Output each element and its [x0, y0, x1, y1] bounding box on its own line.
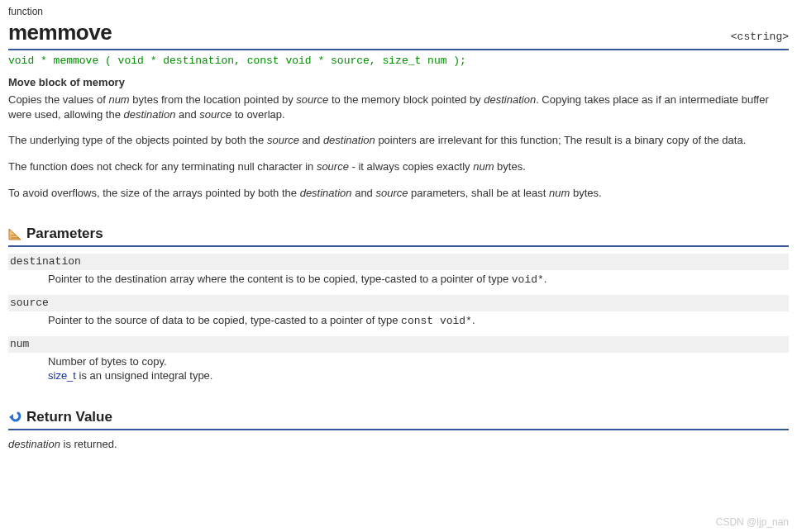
description: Copies the values of num bytes from the … [8, 93, 789, 200]
page-title: memmove [8, 18, 112, 47]
desc-text: - it always copies exactly [349, 160, 473, 173]
desc-num: num [473, 160, 494, 173]
return-value-desc: destination is returned. [8, 437, 789, 452]
return-text: is returned. [60, 438, 117, 450]
svg-marker-3 [9, 414, 13, 420]
type-link-size_t[interactable]: size_t [48, 369, 76, 382]
desc-num: num [108, 93, 129, 106]
desc-source: source [375, 187, 408, 199]
desc-destination: destination [300, 187, 352, 199]
desc-destination: destination [123, 108, 175, 121]
desc-text: Copies the values of [8, 93, 108, 106]
desc-source: source [317, 160, 349, 173]
desc-text: pointers are irrelevant for this functio… [375, 134, 747, 146]
desc-text: to overlap. [231, 108, 284, 121]
parameters-heading: Parameters [8, 225, 789, 247]
kind-label: function [8, 5, 789, 18]
parameters-icon [8, 228, 21, 241]
desc-text: and [352, 187, 376, 199]
param-text: Pointer to the destination array where t… [48, 273, 512, 285]
desc-num: num [549, 187, 570, 199]
desc-text: The underlying type of the objects point… [8, 134, 267, 146]
return-icon [8, 411, 21, 424]
return-destination: destination [8, 438, 60, 450]
param-source-desc: Pointer to the source of data to be copi… [48, 313, 789, 329]
param-num-desc: Number of bytes to copy. size_t is an un… [48, 354, 789, 383]
desc-destination: destination [484, 93, 536, 106]
desc-text: and [299, 134, 323, 146]
desc-destination: destination [323, 134, 375, 146]
parameters-section: Parameters destination Pointer to the de… [8, 225, 789, 383]
param-num-name: num [8, 336, 789, 353]
header-include: <cstring> [731, 30, 789, 45]
desc-text: and [175, 108, 199, 121]
param-text: Pointer to the source of data to be copi… [48, 314, 401, 326]
desc-text: The function does not check for any term… [8, 160, 317, 173]
param-text: Number of bytes to copy. [48, 355, 167, 368]
desc-text: bytes. [494, 160, 525, 173]
desc-text: bytes from the location pointed by [130, 93, 297, 106]
return-value-section: Return Value destination is returned. [8, 408, 789, 451]
param-destination-name: destination [8, 254, 789, 270]
title-row: memmove <cstring> [8, 18, 789, 50]
desc-source: source [296, 93, 328, 106]
return-value-heading: Return Value [8, 408, 789, 430]
param-text: . [544, 273, 547, 285]
desc-source: source [267, 134, 299, 146]
param-destination-desc: Pointer to the destination array where t… [48, 272, 789, 287]
param-type-code: const void* [401, 315, 472, 327]
summary-heading: Move block of memory [8, 75, 789, 90]
param-source-name: source [8, 295, 789, 311]
param-type-code: void* [512, 273, 544, 286]
param-text: is an unsigned integral type. [76, 369, 213, 382]
desc-text: To avoid overflows, the size of the arra… [8, 187, 300, 199]
parameters-title: Parameters [26, 225, 103, 244]
desc-text: parameters, shall be at least [408, 187, 550, 199]
function-signature: void * memmove ( void * destination, con… [8, 52, 789, 74]
param-text: . [472, 314, 475, 326]
return-value-title: Return Value [26, 408, 112, 427]
desc-text: to the memory block pointed by [328, 93, 484, 106]
desc-source: source [199, 108, 231, 121]
desc-text: bytes. [570, 187, 601, 199]
